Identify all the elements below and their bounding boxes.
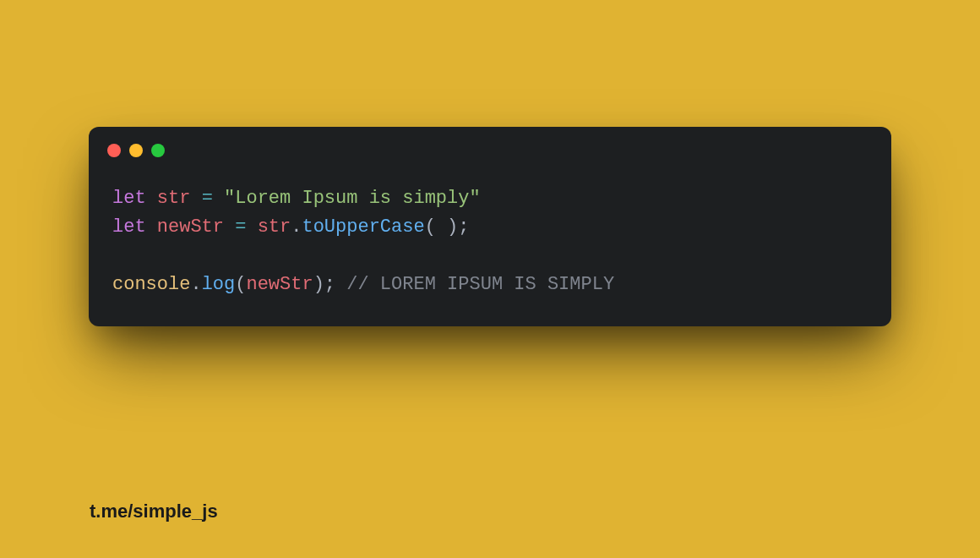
code-token: newStr xyxy=(157,216,224,238)
code-token xyxy=(246,216,257,238)
code-token xyxy=(224,216,235,238)
zoom-icon[interactable] xyxy=(151,144,165,157)
code-editor-window: let str = "Lorem Ipsum is simply"let new… xyxy=(89,127,891,326)
code-token: str xyxy=(157,188,191,209)
window-titlebar xyxy=(89,127,891,166)
code-token xyxy=(335,274,346,295)
code-token: . xyxy=(291,216,302,238)
code-token: = xyxy=(202,188,213,209)
code-token: ( ); xyxy=(425,216,470,238)
code-token: log xyxy=(202,274,236,295)
code-token xyxy=(146,188,157,209)
code-token: . xyxy=(190,274,201,295)
code-token xyxy=(213,188,224,209)
footer-link[interactable]: t.me/simple_js xyxy=(90,501,218,522)
code-token: // LOREM IPSUM IS SIMPLY xyxy=(346,274,614,295)
code-token: console xyxy=(112,274,190,295)
code-token: "Lorem Ipsum is simply" xyxy=(224,188,481,209)
minimize-icon[interactable] xyxy=(129,144,143,157)
code-token: str xyxy=(258,216,291,238)
code-token: toUpperCase xyxy=(302,216,424,238)
code-token: newStr xyxy=(246,274,313,295)
code-line: let newStr = str.toUpperCase( ); xyxy=(112,213,868,242)
code-token: = xyxy=(235,216,246,238)
code-block: let str = "Lorem Ipsum is simply"let new… xyxy=(89,166,891,299)
code-line xyxy=(112,242,868,271)
code-token xyxy=(146,216,157,238)
code-token xyxy=(190,188,201,209)
code-token: ); xyxy=(313,274,335,295)
code-line: console.log(newStr); // LOREM IPSUM IS S… xyxy=(112,271,868,299)
code-token: let xyxy=(112,188,146,209)
code-token: ( xyxy=(235,274,246,295)
code-token: let xyxy=(112,216,146,238)
close-icon[interactable] xyxy=(107,144,121,157)
code-line: let str = "Lorem Ipsum is simply" xyxy=(112,184,868,213)
